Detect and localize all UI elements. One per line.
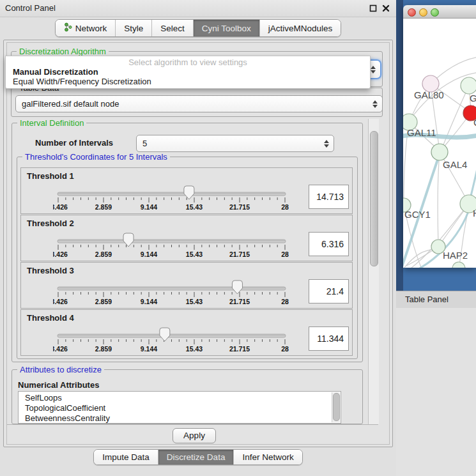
tab-label: Network bbox=[75, 24, 107, 33]
panel-scrollbar[interactable] bbox=[368, 119, 379, 424]
svg-text:21.715: 21.715 bbox=[229, 298, 250, 305]
threshold-2-slider[interactable]: -3.4262.8599.14415.4321.71528 bbox=[53, 228, 295, 259]
tab-label: Select bbox=[160, 24, 185, 33]
svg-text:9.144: 9.144 bbox=[141, 250, 157, 258]
popup-item-equal-width-frequency[interactable]: Equal Width/Frequency Discretization bbox=[13, 77, 151, 86]
combo-value: 5 bbox=[142, 139, 147, 148]
tab-label: Cyni Toolbox bbox=[202, 24, 251, 33]
threshold-label: Threshold 4 bbox=[27, 313, 74, 323]
tab-label: Style bbox=[124, 24, 143, 33]
tab-select[interactable]: Select bbox=[152, 20, 194, 36]
svg-text:21.715: 21.715 bbox=[229, 345, 250, 353]
table-panel-title: Table Panel bbox=[405, 295, 449, 304]
node-label: GA bbox=[470, 93, 476, 104]
svg-text:28: 28 bbox=[281, 203, 289, 211]
svg-text:21.715: 21.715 bbox=[229, 203, 250, 211]
combo-value: galFiltered.sif default node bbox=[22, 99, 119, 109]
threshold-1-value-field[interactable]: 14.713 bbox=[309, 185, 349, 209]
svg-text:2.859: 2.859 bbox=[95, 298, 112, 305]
threshold-3-slider[interactable]: -3.4262.8599.14415.4321.71528 bbox=[53, 275, 295, 306]
svg-text:2.859: 2.859 bbox=[95, 345, 112, 353]
spinner-down-icon bbox=[371, 70, 376, 73]
tab-infer-network[interactable]: Infer Network bbox=[234, 450, 302, 464]
control-panel-tabbar: Network Style Select Cyni Toolbox jActiv… bbox=[0, 17, 396, 39]
slider-thumb[interactable] bbox=[123, 233, 134, 247]
tab-label: jActiveMNodules bbox=[268, 24, 333, 33]
popup-item-manual-discretization[interactable]: Manual Discretization bbox=[13, 67, 98, 77]
number-of-intervals-combobox[interactable]: 5 bbox=[136, 135, 334, 152]
scrollbar-thumb[interactable] bbox=[333, 393, 340, 421]
tab-jactivemnodules[interactable]: jActiveMNodules bbox=[260, 20, 341, 36]
svg-text:15.43: 15.43 bbox=[186, 203, 203, 211]
spinner-up-icon bbox=[324, 140, 329, 143]
node-label: GAL80 bbox=[414, 89, 444, 100]
tab-discretize-data[interactable]: Discretize Data bbox=[158, 450, 234, 464]
attribute-item[interactable]: TopologicalCoefficient bbox=[25, 403, 341, 413]
apply-button[interactable]: Apply bbox=[173, 428, 216, 443]
float-window-icon[interactable] bbox=[369, 4, 377, 12]
slider-thumb[interactable] bbox=[232, 280, 242, 294]
network-node[interactable] bbox=[461, 77, 476, 94]
threshold-2-panel: Threshold 2 -3.4262.8599.14415.4321.7152… bbox=[20, 215, 353, 261]
svg-text:9.144: 9.144 bbox=[141, 298, 157, 305]
svg-text:9.144: 9.144 bbox=[141, 345, 157, 353]
group-title: Interval Definition bbox=[17, 118, 86, 128]
table-panel-body: shared... na... YDL19...YDL1YDR27...YDR2… bbox=[396, 308, 476, 476]
group-title: Threshold's Coordinates for 5 Intervals bbox=[22, 152, 170, 162]
network-node[interactable] bbox=[431, 144, 448, 160]
node-label: GCY1 bbox=[404, 209, 431, 220]
scrollbar-thumb[interactable] bbox=[370, 131, 378, 266]
node-label: C bbox=[473, 117, 476, 128]
threshold-3-panel: Threshold 3 -3.4262.8599.14415.4321.7152… bbox=[20, 262, 353, 309]
svg-text:-3.426: -3.426 bbox=[53, 250, 68, 258]
network-canvas[interactable]: GAL80GACGAL11GAL4GCY1HHAP2 bbox=[403, 19, 476, 268]
close-icon[interactable] bbox=[382, 4, 390, 12]
tab-network[interactable]: Network bbox=[56, 20, 116, 36]
tab-cyni-toolbox[interactable]: Cyni Toolbox bbox=[194, 20, 260, 36]
table-panel-titlebar: Table Panel bbox=[396, 291, 476, 309]
tab-style[interactable]: Style bbox=[116, 20, 152, 36]
zoom-traffic-light-icon[interactable] bbox=[431, 8, 439, 17]
slider-thumb[interactable] bbox=[160, 328, 170, 341]
network-node[interactable] bbox=[452, 262, 465, 268]
threshold-3-value-field[interactable]: 21.4 bbox=[309, 279, 349, 303]
close-traffic-light-icon[interactable] bbox=[408, 8, 416, 17]
threshold-label: Threshold 2 bbox=[27, 219, 74, 228]
threshold-1-panel: Threshold 1 -3.4262.8599.14415.4321.7152… bbox=[20, 167, 353, 214]
svg-text:2.859: 2.859 bbox=[95, 250, 112, 258]
slider-thumb[interactable] bbox=[184, 186, 194, 199]
node-label: HAP2 bbox=[443, 250, 468, 261]
svg-text:-3.426: -3.426 bbox=[53, 345, 68, 353]
threshold-4-value-field[interactable]: 11.344 bbox=[309, 326, 349, 351]
threshold-1-slider[interactable]: -3.4262.8599.14415.4321.71528 bbox=[53, 181, 295, 211]
svg-text:15.43: 15.43 bbox=[186, 298, 203, 305]
network-svg[interactable]: GAL80GACGAL11GAL4GCY1HHAP2 bbox=[403, 19, 476, 268]
node-label: H bbox=[473, 208, 476, 219]
spinner-down-icon bbox=[372, 105, 378, 108]
svg-text:-3.426: -3.426 bbox=[53, 203, 68, 211]
svg-text:21.715: 21.715 bbox=[229, 250, 250, 258]
attribute-list[interactable]: SelfLoopsTopologicalCoefficientBetweenne… bbox=[18, 391, 341, 424]
threshold-4-slider[interactable]: -3.4262.8599.14415.4321.71528 bbox=[53, 323, 295, 353]
number-of-intervals-label: Number of Intervals bbox=[35, 138, 113, 148]
attribute-item[interactable]: BetweennessCentrality bbox=[25, 413, 341, 424]
attribute-item[interactable]: SelfLoops bbox=[25, 393, 341, 403]
minimize-traffic-light-icon[interactable] bbox=[419, 8, 427, 17]
node-label: GAL4 bbox=[443, 159, 467, 170]
table-data-combobox[interactable]: galFiltered.sif default node bbox=[15, 95, 383, 112]
network-window-titlebar[interactable] bbox=[403, 5, 476, 19]
numerical-attributes-label: Numerical Attributes bbox=[18, 380, 99, 390]
control-panel-titlebar: Control Panel bbox=[0, 0, 396, 17]
threshold-2-value-field[interactable]: 6.316 bbox=[309, 232, 349, 256]
attribute-list-scrollbar[interactable] bbox=[332, 392, 340, 422]
tab-impute-data[interactable]: Impute Data bbox=[94, 450, 158, 464]
group-title: Discretization Algorithm bbox=[17, 47, 109, 56]
bottom-tabbar: Impute Data Discretize Data Infer Networ… bbox=[0, 447, 396, 476]
svg-text:-3.426: -3.426 bbox=[53, 298, 68, 305]
control-panel: Control Panel Network Style Select Cyni … bbox=[0, 0, 396, 476]
spinner-down-icon bbox=[324, 144, 329, 148]
algorithm-dropdown-popup: Select algorithm to view settings Manual… bbox=[5, 56, 371, 89]
node-label: GAL11 bbox=[407, 127, 436, 138]
svg-text:28: 28 bbox=[281, 345, 289, 353]
svg-text:9.144: 9.144 bbox=[141, 203, 157, 211]
